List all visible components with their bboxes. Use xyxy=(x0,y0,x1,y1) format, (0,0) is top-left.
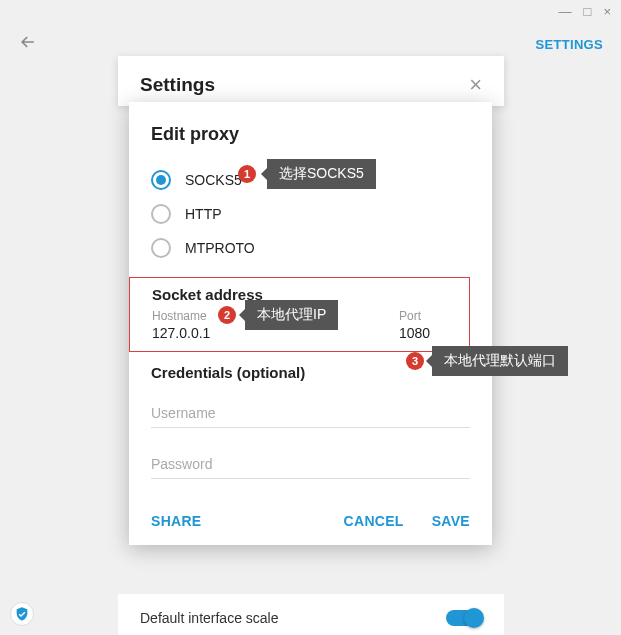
back-arrow-icon[interactable] xyxy=(18,32,38,57)
save-button[interactable]: SAVE xyxy=(432,513,470,529)
annotation-callout-3: 本地代理默认端口 xyxy=(432,346,568,376)
interface-scale-label: Default interface scale xyxy=(140,610,279,626)
window-minimize[interactable]: — xyxy=(559,4,572,19)
port-value: 1080 xyxy=(399,325,459,341)
window-close[interactable]: × xyxy=(603,4,611,19)
window-titlebar: — □ × xyxy=(0,0,621,22)
credentials-heading: Credentials (optional) xyxy=(151,364,470,381)
modal-title: Edit proxy xyxy=(151,124,470,145)
settings-title: Settings xyxy=(140,74,215,96)
settings-panel: Settings × xyxy=(118,56,504,106)
protocol-option-mtproto[interactable]: MTPROTO xyxy=(151,231,470,265)
annotation-callout-1: 选择SOCKS5 xyxy=(267,159,376,189)
port-label: Port xyxy=(399,309,459,323)
annotation-badge-1: 1 xyxy=(238,165,256,183)
radio-label: MTPROTO xyxy=(185,240,255,256)
share-button[interactable]: SHARE xyxy=(151,513,202,529)
annotation-badge-3: 3 xyxy=(406,352,424,370)
radio-icon xyxy=(151,204,171,224)
radio-label: SOCKS5 xyxy=(185,172,242,188)
shield-badge-icon[interactable] xyxy=(10,602,34,626)
cancel-button[interactable]: CANCEL xyxy=(344,513,404,529)
username-input[interactable] xyxy=(151,399,470,428)
port-field[interactable]: Port 1080 xyxy=(399,309,459,341)
interface-scale-row: Default interface scale xyxy=(118,594,504,635)
window-maximize[interactable]: □ xyxy=(584,4,592,19)
radio-icon xyxy=(151,238,171,258)
annotation-badge-2: 2 xyxy=(218,306,236,324)
close-icon[interactable]: × xyxy=(469,74,482,96)
settings-link[interactable]: SETTINGS xyxy=(536,37,603,52)
interface-scale-toggle[interactable] xyxy=(446,610,482,626)
radio-label: HTTP xyxy=(185,206,222,222)
protocol-option-http[interactable]: HTTP xyxy=(151,197,470,231)
annotation-callout-2: 本地代理IP xyxy=(245,300,338,330)
password-input[interactable] xyxy=(151,450,470,479)
radio-icon xyxy=(151,170,171,190)
modal-actions: SHARE CANCEL SAVE xyxy=(129,501,492,545)
